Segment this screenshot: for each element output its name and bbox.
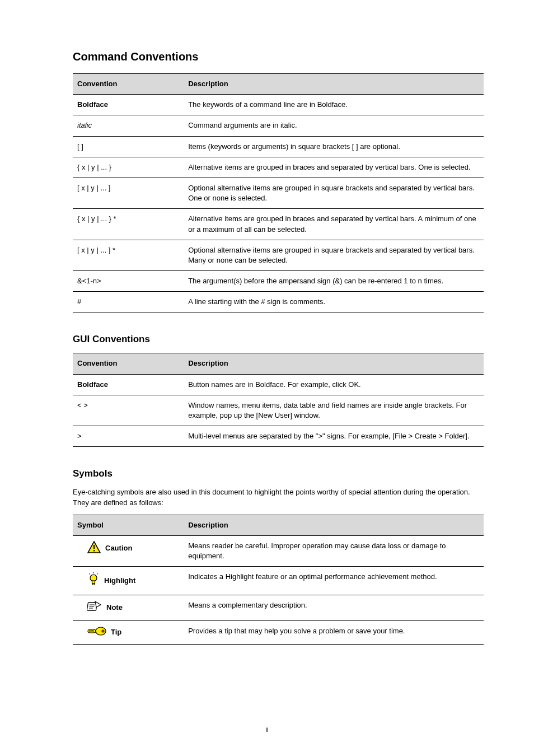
svg-line-4	[89, 573, 90, 575]
table-row: Tip Provides a tip that may help you sol…	[73, 620, 484, 644]
description-cell: Optional alternative items are grouped i…	[184, 240, 484, 270]
description-cell: Provides a tip that may help you solve a…	[184, 620, 484, 644]
symbols-table: Symbol Description Cau	[73, 515, 484, 645]
table-row: { x | y | ... } Alternative items are gr…	[73, 157, 484, 178]
page-number: ii	[0, 726, 534, 734]
convention-cell: &<1-n>	[73, 271, 184, 292]
description-cell: Alternative items are grouped in braces …	[184, 209, 484, 240]
table-row: [ x | y | ... ] * Optional alternative i…	[73, 240, 484, 270]
svg-rect-1	[93, 545, 95, 549]
svg-rect-2	[93, 550, 95, 552]
description-cell: Optional alternative items are grouped i…	[184, 178, 484, 208]
table-row: # A line starting with the # sign is com…	[73, 292, 484, 312]
convention-cell: [ x | y | ... ]	[73, 178, 184, 208]
svg-marker-13	[95, 601, 101, 607]
note-icon	[87, 600, 102, 615]
table-row: italic Command arguments are in italic.	[73, 115, 484, 136]
description-cell: Alternative items are grouped in braces …	[184, 157, 484, 178]
convention-cell: [ ]	[73, 136, 184, 157]
table-header-convention: Convention	[73, 353, 184, 374]
description-cell: Window names, menu items, data table and…	[184, 395, 484, 426]
convention-cell: { x | y | ... }	[73, 157, 184, 178]
command-conventions-heading: Command Conventions	[73, 50, 484, 63]
gui-conventions-heading: GUI Conventions	[73, 334, 484, 345]
command-conventions-table: Convention Description Boldface The keyw…	[73, 73, 484, 312]
table-header-convention: Convention	[73, 74, 184, 95]
description-cell: The argument(s) before the ampersand sig…	[184, 271, 484, 292]
convention-cell: [ x | y | ... ] *	[73, 240, 184, 270]
description-cell: Indicates a Highlight feature or an opti…	[184, 567, 484, 595]
symbols-description: Eye-catching symbols are also used in th…	[73, 487, 484, 507]
caution-icon	[87, 541, 101, 556]
table-row: &<1-n> The argument(s) before the ampers…	[73, 271, 484, 292]
table-header-symbol: Symbol	[73, 515, 184, 535]
description-cell: Items (keywords or arguments) in square …	[184, 136, 484, 157]
convention-cell: italic	[77, 121, 92, 129]
convention-cell: { x | y | ... } *	[73, 209, 184, 240]
convention-cell: Boldface	[77, 100, 108, 109]
table-header-description: Description	[184, 353, 484, 374]
table-row: Boldface Button names are in Boldface. F…	[73, 374, 484, 395]
description-cell: Multi-level menus are separated by the "…	[184, 426, 484, 447]
symbols-heading: Symbols	[73, 468, 484, 479]
table-header-description: Description	[184, 74, 484, 95]
convention-cell: >	[73, 426, 184, 447]
table-row: Note Means a complementary description.	[73, 595, 484, 620]
page: Command Conventions Convention Descripti…	[0, 0, 534, 756]
svg-line-5	[97, 573, 98, 575]
symbol-label: Note	[106, 603, 123, 613]
gui-conventions-table: Convention Description Boldface Button n…	[73, 353, 484, 447]
symbol-label: Tip	[111, 627, 121, 637]
table-row: Boldface The keywords of a command line …	[73, 95, 484, 115]
description-cell: Means a complementary description.	[184, 595, 484, 620]
description-cell: Button names are in Boldface. For exampl…	[184, 374, 484, 395]
convention-cell: #	[73, 292, 184, 312]
convention-cell: < >	[73, 395, 184, 426]
table-row: [ ] Items (keywords or arguments) in squ…	[73, 136, 484, 157]
highlight-icon	[87, 572, 100, 589]
svg-point-6	[90, 575, 97, 581]
table-row: [ x | y | ... ] Optional alternative ite…	[73, 178, 484, 208]
svg-point-15	[102, 629, 104, 632]
description-cell: The keywords of a command line are in Bo…	[184, 95, 484, 115]
symbol-label: Caution	[105, 543, 132, 553]
table-row: Caution Means reader be careful. Imprope…	[73, 535, 484, 566]
table-row: { x | y | ... } * Alternative items are …	[73, 209, 484, 240]
svg-rect-7	[92, 581, 95, 584]
description-cell: Means reader be careful. Improper operat…	[184, 535, 484, 566]
description-cell: Command arguments are in italic.	[184, 115, 484, 136]
tip-icon	[87, 626, 106, 639]
convention-cell: Boldface	[77, 380, 108, 389]
description-cell: A line starting with the # sign is comme…	[184, 292, 484, 312]
table-header-description: Description	[184, 515, 484, 535]
svg-rect-8	[92, 584, 95, 585]
table-row: Highlight Indicates a Highlight feature …	[73, 567, 484, 595]
table-row: > Multi-level menus are separated by the…	[73, 426, 484, 447]
symbol-label: Highlight	[104, 576, 135, 586]
table-row: < > Window names, menu items, data table…	[73, 395, 484, 426]
